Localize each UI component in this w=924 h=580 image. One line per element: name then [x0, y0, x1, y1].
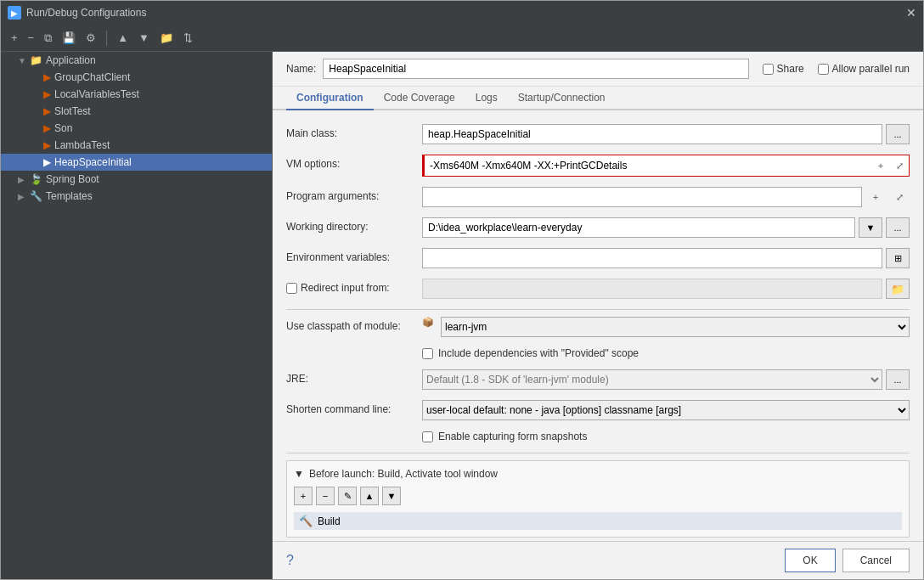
move-up-button[interactable]: ▲	[114, 30, 132, 46]
shorten-cmd-row: Shorten command line: user-local default…	[286, 400, 910, 420]
sidebar-item-groupchatclient[interactable]: ▶ GroupChatClient	[1, 69, 272, 86]
program-args-expand-button[interactable]: +	[865, 187, 886, 207]
app-icon: ▶	[43, 156, 51, 168]
working-dir-dropdown-button[interactable]: ▼	[859, 217, 882, 238]
save-config-button[interactable]: 💾	[59, 30, 79, 46]
include-deps-label: Include dependencies with "Provided" sco…	[438, 347, 639, 359]
sidebar-item-label: Son	[54, 122, 72, 134]
tab-startup-connection[interactable]: Startup/Connection	[508, 87, 616, 110]
vm-fullscreen-button[interactable]: ⤢	[890, 156, 909, 175]
program-args-input[interactable]	[422, 187, 862, 207]
shorten-cmd-control: user-local default: none - java [options…	[422, 400, 910, 420]
jre-select[interactable]: Default (1.8 - SDK of 'learn-jvm' module…	[422, 369, 882, 390]
sidebar-item-localvariablestest[interactable]: ▶ LocalVariablesTest	[1, 86, 272, 103]
title-bar-left: ▶ Run/Debug Configurations	[8, 6, 146, 20]
before-launch-remove-button[interactable]: −	[316, 487, 335, 505]
env-vars-label: Environment variables:	[286, 248, 422, 263]
copy-config-button[interactable]: ⧉	[41, 30, 55, 47]
before-launch-section: ▼ Before launch: Build, Activate tool wi…	[286, 460, 910, 538]
sort-button[interactable]: ⇅	[180, 30, 196, 46]
before-launch-collapse-icon[interactable]: ▼	[294, 468, 304, 480]
env-vars-control: ⊞	[422, 248, 910, 268]
main-window: ▶ Run/Debug Configurations ✕ + − ⧉ 💾 ⚙ ▲…	[0, 0, 924, 580]
vm-expand-button[interactable]: +	[871, 156, 890, 175]
main-content: ▼ 📁 Application ▶ GroupChatClient ▶ Loca…	[1, 52, 923, 579]
spring-boot-icon: 🍃	[30, 173, 42, 185]
main-class-input[interactable]	[422, 124, 882, 144]
jre-row: JRE: Default (1.8 - SDK of 'learn-jvm' m…	[286, 369, 910, 390]
before-launch-add-button[interactable]: +	[294, 487, 313, 505]
sidebar-item-spring-boot[interactable]: ▶ 🍃 Spring Boot	[1, 171, 272, 188]
allow-parallel-checkbox[interactable]	[818, 64, 829, 75]
right-panel: Name: Share Allow parallel run Configura…	[273, 52, 923, 579]
config-panel: Main class: ... VM options: +	[273, 110, 923, 541]
main-class-row: Main class: ...	[286, 124, 910, 144]
classpath-select[interactable]: learn-jvm	[441, 317, 910, 337]
before-launch-edit-button[interactable]: ✎	[338, 487, 357, 505]
shorten-cmd-select[interactable]: user-local default: none - java [options…	[422, 400, 910, 420]
classpath-control: 📦 learn-jvm	[422, 317, 910, 337]
redirect-input-row: Redirect input from: 📁	[286, 279, 910, 299]
classpath-icon: 📦	[422, 317, 434, 328]
sidebar-item-label: HeapSpaceInitial	[54, 156, 132, 168]
sidebar-item-application[interactable]: ▼ 📁 Application	[1, 52, 272, 69]
app-icon: ▶	[43, 122, 51, 134]
include-deps-checkbox[interactable]	[422, 348, 433, 359]
tab-logs[interactable]: Logs	[465, 87, 508, 110]
folder-button[interactable]: 📁	[156, 30, 177, 46]
enable-snapshots-checkbox[interactable]	[422, 431, 433, 442]
sidebar-item-label: SlotTest	[54, 105, 91, 117]
close-button[interactable]: ✕	[906, 6, 916, 20]
vm-options-control: + ⤢	[422, 155, 910, 177]
window-icon: ▶	[8, 6, 21, 20]
allow-parallel-group: Allow parallel run	[818, 63, 910, 75]
help-icon[interactable]: ?	[286, 553, 294, 568]
name-input[interactable]	[323, 59, 748, 79]
main-class-control: ...	[422, 124, 910, 144]
working-dir-input[interactable]	[422, 217, 855, 238]
redirect-input[interactable]	[422, 279, 882, 299]
program-args-control: + ⤢	[422, 187, 910, 207]
jre-control: Default (1.8 - SDK of 'learn-jvm' module…	[422, 369, 910, 390]
vm-options-row: VM options: + ⤢	[286, 155, 910, 177]
sidebar-item-label: Templates	[46, 190, 93, 202]
redirect-browse-button[interactable]: 📁	[886, 279, 910, 299]
include-deps-row: Include dependencies with "Provided" sco…	[422, 347, 910, 359]
share-checkbox[interactable]	[763, 64, 774, 75]
main-class-browse-button[interactable]: ...	[886, 124, 910, 144]
ok-button[interactable]: OK	[785, 549, 835, 572]
remove-config-button[interactable]: −	[25, 30, 38, 46]
working-dir-browse-button[interactable]: ...	[886, 217, 910, 238]
jre-browse-button[interactable]: ...	[886, 369, 910, 390]
arrow-icon: ▶	[18, 175, 28, 184]
program-args-row: Program arguments: + ⤢	[286, 187, 910, 207]
vm-input-container: + ⤢	[422, 155, 910, 177]
sidebar-item-slottest[interactable]: ▶ SlotTest	[1, 103, 272, 120]
arrow-icon: ▶	[18, 192, 28, 201]
redirect-checkbox[interactable]	[286, 283, 297, 294]
before-launch-toolbar: + − ✎ ▲ ▼	[294, 487, 902, 505]
enable-snapshots-label: Enable capturing form snapshots	[438, 431, 587, 442]
sidebar-item-heapspaceinitial[interactable]: ▶ HeapSpaceInitial	[1, 154, 272, 171]
no-arrow	[31, 141, 42, 150]
before-launch-build-item: 🔨 Build	[294, 512, 902, 530]
add-config-button[interactable]: +	[8, 30, 21, 46]
tab-configuration[interactable]: Configuration	[286, 87, 374, 110]
move-down-button[interactable]: ▼	[135, 30, 153, 46]
settings-button[interactable]: ⚙	[82, 30, 99, 46]
sidebar-item-templates[interactable]: ▶ 🔧 Templates	[1, 188, 272, 205]
env-vars-edit-button[interactable]: ⊞	[886, 248, 910, 268]
sidebar-item-lambdatest[interactable]: ▶ LambdaTest	[1, 137, 272, 154]
env-vars-input[interactable]	[422, 248, 882, 268]
no-arrow	[31, 158, 42, 167]
sidebar-item-son[interactable]: ▶ Son	[1, 120, 272, 137]
cancel-button[interactable]: Cancel	[842, 549, 910, 572]
working-dir-control: ▼ ...	[422, 217, 910, 238]
before-launch-up-button[interactable]: ▲	[360, 487, 379, 505]
before-launch-down-button[interactable]: ▼	[382, 487, 401, 505]
program-args-fullscreen-button[interactable]: ⤢	[889, 187, 910, 207]
vm-options-input[interactable]	[425, 155, 871, 176]
tab-code-coverage[interactable]: Code Coverage	[374, 87, 465, 110]
title-bar: ▶ Run/Debug Configurations ✕	[1, 1, 923, 25]
sidebar-item-label: GroupChatClient	[54, 71, 130, 83]
